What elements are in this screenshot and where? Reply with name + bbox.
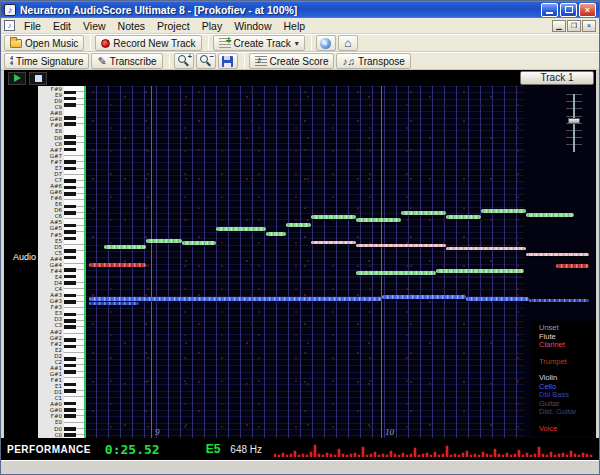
zoom-in-button[interactable]: + — [174, 53, 194, 69]
legend-item-dist-guitar[interactable]: Dist. Guitar — [539, 408, 596, 417]
note-trace-clarinet-line[interactable] — [89, 263, 146, 267]
menu-item-help[interactable]: Help — [278, 19, 312, 33]
meter-bar — [538, 447, 540, 457]
open-music-button[interactable]: Open Music — [4, 35, 84, 51]
meter-bar — [570, 451, 572, 457]
note-trace-bass-line[interactable] — [89, 302, 139, 305]
playhead[interactable] — [84, 86, 86, 438]
piano-keyboard[interactable] — [64, 86, 84, 438]
note-trace-violin-line[interactable] — [446, 247, 526, 250]
minimize-button[interactable] — [541, 3, 558, 17]
time-signature-button[interactable]: 44 Time Signature — [4, 53, 89, 69]
meter-bar — [370, 454, 372, 457]
note-trace-violin-line[interactable] — [356, 244, 446, 247]
maximize-button[interactable] — [560, 3, 577, 17]
menu-item-file[interactable]: File — [18, 19, 47, 33]
menu-item-view[interactable]: View — [77, 19, 112, 33]
meter-bar — [522, 455, 524, 457]
note-trace-flute-melody[interactable] — [182, 241, 216, 245]
note-trace-cello-line[interactable] — [466, 297, 529, 301]
track-selector-button[interactable]: Track 1 — [520, 71, 594, 85]
create-track-button[interactable]: Create Track ▾ — [213, 35, 305, 51]
note-trace-violin-line[interactable] — [526, 253, 589, 256]
document-icon: ♪ — [4, 20, 15, 31]
titlebar: ♪ Neuratron AudioScore Ultimate 8 - [Pro… — [1, 1, 599, 18]
meter-bar — [486, 454, 488, 457]
meter-bar — [502, 455, 504, 457]
menu-item-window[interactable]: Window — [228, 19, 277, 33]
measure-number: 9 — [155, 427, 160, 437]
mdi-restore-button[interactable]: ❐ — [567, 20, 581, 32]
toolbar-secondary: 44 Time Signature ✎ Transcribe + − Creat… — [1, 52, 599, 70]
meter-bar — [454, 454, 456, 457]
meter-bar — [366, 455, 368, 457]
toolbar-separator — [90, 36, 91, 50]
note-trace-cello-line[interactable] — [89, 297, 382, 301]
record-new-track-button[interactable]: Record New Track — [95, 35, 201, 51]
meter-bar — [298, 455, 300, 457]
piano-roll-view: Track 1 F#9E9D9C9A#8G#8F#8E8D8C8A#7G#7F#… — [4, 70, 596, 438]
note-trace-flute-melody[interactable] — [356, 218, 401, 222]
create-score-button[interactable]: Create Score — [249, 53, 335, 69]
meter-bar — [378, 455, 380, 457]
stop-icon — [35, 75, 42, 82]
menu-item-notes[interactable]: Notes — [112, 19, 151, 33]
mdi-close-button[interactable]: × — [582, 20, 596, 32]
legend-item-clarinet[interactable]: Clarinet — [539, 341, 596, 350]
note-trace-bass-line[interactable] — [529, 299, 589, 302]
note-trace-violin-line[interactable] — [311, 241, 356, 244]
mdi-minimize-button[interactable]: ▁ — [552, 20, 566, 32]
menubar: ♪ FileEditViewNotesProjectPlayWindowHelp… — [1, 18, 599, 34]
note-trace-flute-melody[interactable] — [286, 223, 311, 227]
meter-bar — [506, 453, 508, 457]
meter-bar — [302, 454, 304, 457]
note-trace-cello-line[interactable] — [382, 295, 466, 299]
meter-bar — [390, 451, 392, 457]
home-button[interactable]: ⌂ — [338, 35, 358, 51]
volume-slider[interactable] — [566, 94, 582, 152]
save-button[interactable] — [218, 53, 238, 69]
play-button[interactable] — [8, 72, 26, 85]
piano-labels: F#9E9D9C9A#8G#8F#8E8D8C8A#7G#7F#7E7D7C7A… — [38, 86, 64, 438]
toolbar-separator — [311, 36, 312, 50]
transpose-button[interactable]: ♪♫ Transpose — [336, 53, 410, 69]
toolbar-separator — [208, 36, 209, 50]
legend-item-trumpet[interactable]: Trumpet — [539, 358, 596, 367]
close-button[interactable]: × — [579, 3, 596, 17]
volume-slider-thumb[interactable] — [568, 118, 580, 124]
zoom-out-button[interactable]: − — [196, 53, 216, 69]
meter-bar — [478, 455, 480, 457]
note-trace-flute-melody[interactable] — [526, 213, 574, 217]
meter-bar — [562, 453, 564, 457]
audio-cd-button[interactable] — [316, 35, 336, 51]
menu-item-project[interactable]: Project — [151, 19, 196, 33]
note-trace-flute-melody[interactable] — [401, 211, 446, 215]
note-trace-flute-melody[interactable] — [356, 271, 436, 275]
detected-note: E5 — [206, 442, 221, 456]
note-trace-flute-melody[interactable] — [146, 239, 182, 243]
menu-item-edit[interactable]: Edit — [47, 19, 77, 33]
meter-bar — [410, 454, 412, 457]
note-trace-flute-melody[interactable] — [266, 232, 286, 236]
stop-button[interactable] — [29, 72, 47, 85]
note-trace-flute-melody[interactable] — [481, 209, 526, 213]
meter-bar — [494, 449, 496, 457]
note-trace-flute-melody[interactable] — [436, 269, 524, 273]
meter-bar — [418, 455, 420, 457]
piano-roll-grid[interactable]: 910 UnsetFluteClarinetTrumpetViolinCello… — [84, 86, 596, 438]
chevron-down-icon[interactable]: ▾ — [295, 39, 299, 48]
record-icon — [101, 39, 110, 48]
meter-bar — [434, 452, 436, 457]
note-trace-flute-melody[interactable] — [216, 227, 266, 231]
note-trace-flute-melody[interactable] — [104, 245, 146, 249]
legend-item-voice[interactable]: Voice — [539, 425, 596, 434]
menu-item-play[interactable]: Play — [196, 19, 228, 33]
note-trace-flute-melody[interactable] — [311, 215, 356, 219]
transcribe-button[interactable]: ✎ Transcribe — [91, 53, 162, 69]
note-trace-flute-melody[interactable] — [446, 215, 481, 219]
note-trace-clarinet-line[interactable] — [556, 264, 589, 268]
status-bar: PERFORMANCE 0:25.52 E5 648 Hz — [1, 438, 599, 460]
meter-bar — [394, 454, 396, 457]
meter-bar — [534, 454, 536, 457]
meter-bar — [290, 454, 292, 457]
